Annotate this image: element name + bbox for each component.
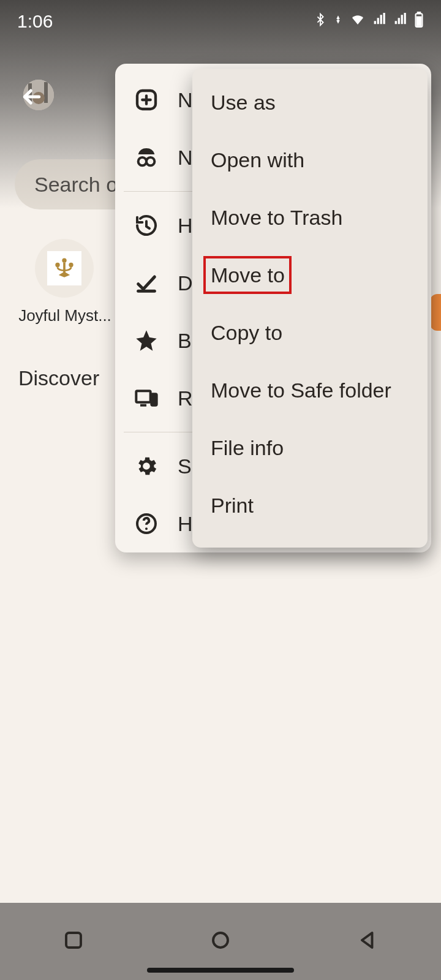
plus-box-icon xyxy=(132,86,160,114)
grid-item-0[interactable]: Joyful Myst... xyxy=(31,239,98,325)
menu-move-to-trash[interactable]: Move to Trash xyxy=(192,189,428,246)
status-time: 1:06 xyxy=(17,11,53,32)
svg-rect-15 xyxy=(151,394,156,405)
bluetooth-icon xyxy=(314,12,327,31)
signal1-icon xyxy=(372,13,387,30)
peek-item-right[interactable] xyxy=(430,294,441,331)
svg-point-7 xyxy=(62,258,66,263)
primary-menu-label: R xyxy=(178,386,193,410)
svg-rect-18 xyxy=(66,933,81,948)
history-icon xyxy=(132,211,160,239)
menu-file-info[interactable]: File info xyxy=(192,419,428,477)
grid-item-thumb xyxy=(35,239,94,298)
help-icon xyxy=(132,510,160,538)
battery-icon xyxy=(414,12,424,31)
menu-use-as[interactable]: Use as xyxy=(192,74,428,131)
nav-home-icon[interactable] xyxy=(209,929,232,954)
primary-menu-label: D xyxy=(178,271,193,295)
system-nav-bar xyxy=(0,903,441,980)
context-menu: Use as Open with Move to Trash Move to C… xyxy=(192,69,428,548)
gesture-pill[interactable] xyxy=(147,968,294,973)
svg-point-8 xyxy=(55,263,59,267)
svg-point-19 xyxy=(213,933,228,948)
status-icons xyxy=(314,12,424,31)
menu-open-with[interactable]: Open with xyxy=(192,131,428,189)
star-icon xyxy=(132,326,160,355)
search-placeholder: Search or xyxy=(34,173,124,197)
nav-back-icon[interactable] xyxy=(356,929,379,954)
menu-move-to-safe[interactable]: Move to Safe folder xyxy=(192,361,428,419)
location-icon xyxy=(333,13,343,30)
svg-rect-5 xyxy=(44,82,48,103)
svg-point-9 xyxy=(69,263,73,267)
menu-print[interactable]: Print xyxy=(192,477,428,534)
devices-icon xyxy=(132,384,160,412)
signal2-icon xyxy=(393,13,408,30)
grid-item-label: Joyful Myst... xyxy=(17,306,113,325)
menu-move-to[interactable]: Move to xyxy=(203,256,292,294)
svg-point-13 xyxy=(146,157,154,165)
primary-menu-label: H xyxy=(178,214,193,238)
primary-menu-label: H xyxy=(178,512,193,536)
svg-rect-2 xyxy=(417,17,421,26)
section-discover: Discover xyxy=(18,366,99,390)
wifi-icon xyxy=(349,12,366,31)
status-bar: 1:06 xyxy=(0,0,441,43)
done-icon xyxy=(132,269,160,297)
back-arrow-icon[interactable] xyxy=(20,85,44,111)
primary-menu-label: B xyxy=(178,329,192,353)
primary-menu-label: N xyxy=(178,88,193,112)
menu-copy-to[interactable]: Copy to xyxy=(192,304,428,361)
svg-rect-14 xyxy=(136,391,150,402)
gear-icon xyxy=(132,452,160,480)
nav-recents-icon[interactable] xyxy=(62,929,85,954)
svg-rect-1 xyxy=(418,12,420,13)
incognito-icon xyxy=(132,143,160,172)
primary-menu-label: N xyxy=(178,146,193,170)
grid-item-emblem-icon xyxy=(47,251,81,285)
svg-point-17 xyxy=(145,527,148,530)
